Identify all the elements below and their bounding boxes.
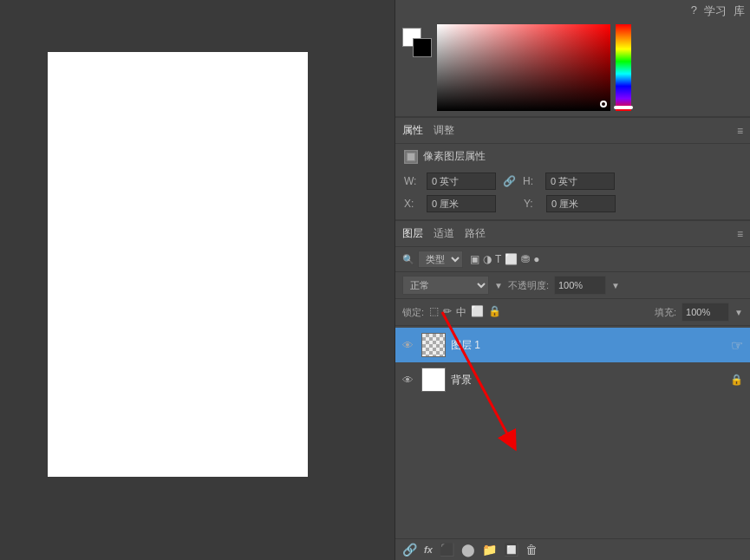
w-label: W: <box>404 175 420 187</box>
group-btn[interactable]: 📁 <box>482 543 497 557</box>
layers-toolbar: 🔍 类型 ▣ ◑ T ⬜ ⛃ ● <box>395 247 750 272</box>
blend-opacity-row: 正常 ▼ 不透明度: ▼ <box>395 272 750 299</box>
h-label: H: <box>523 175 538 187</box>
tab-adjustments[interactable]: 调整 <box>434 121 454 140</box>
new-layer-btn[interactable]: 🔲 <box>504 543 518 557</box>
right-panel: ? 学习 库 属性 调整 ≡ <box>395 0 750 560</box>
h-input[interactable] <box>545 173 615 190</box>
w-input[interactable] <box>427 173 496 190</box>
canvas-white <box>48 52 308 477</box>
opacity-input[interactable] <box>554 276 606 295</box>
lock-label: 锁定: <box>402 306 424 319</box>
properties-fields: W: 🔗 H: X: Y: <box>395 169 750 219</box>
lock-artboard-btn[interactable]: 中 <box>456 305 466 320</box>
xy-row: X: Y: <box>404 195 741 212</box>
tab-paths[interactable]: 路径 <box>465 225 486 243</box>
layer1-visibility-icon[interactable]: 👁 <box>402 339 416 352</box>
help-icon[interactable]: ? <box>691 3 697 19</box>
layers-bottom-toolbar: 🔗 fx ⬛ ⬤ 📁 🔲 🗑 <box>395 538 750 560</box>
tab-layers[interactable]: 图层 <box>402 225 423 243</box>
fill-label: 填充: <box>655 306 676 319</box>
gradient-handle[interactable] <box>600 101 607 107</box>
filter-smart-icon[interactable]: ⛃ <box>521 253 530 265</box>
lock-move-btn[interactable]: ⬜ <box>471 305 484 320</box>
gradient-bg <box>437 24 610 111</box>
y-input[interactable] <box>546 195 616 212</box>
background-lock-icon: 🔒 <box>730 374 743 386</box>
learn-label[interactable]: 学习 <box>704 3 727 19</box>
layer-style-btn[interactable]: fx <box>424 544 433 555</box>
layers-search-icon[interactable]: 🔍 <box>402 254 414 265</box>
svg-rect-1 <box>408 153 414 160</box>
fill-input[interactable] <box>682 303 729 322</box>
layer-item-1[interactable]: 👁 图层 1 ☞ <box>395 328 750 362</box>
filter-adjust-icon[interactable]: ◑ <box>483 253 492 265</box>
lock-icons: ⬚ ✏ 中 ⬜ 🔒 <box>429 305 501 320</box>
color-swatches[interactable] <box>402 28 432 57</box>
top-icons-bar: ? 学习 库 <box>395 0 750 19</box>
layers-list: 👁 图层 1 ☞ 👁 背景 🔒 <box>395 326 750 538</box>
color-gradient-picker[interactable] <box>437 24 610 111</box>
delete-layer-btn[interactable]: 🗑 <box>525 543 538 557</box>
layers-section: 图层 适道 路径 ≡ 🔍 类型 ▣ ◑ T ⬜ ⛃ ● 正常 <box>395 220 750 560</box>
filter-pixel-icon[interactable]: ▣ <box>470 253 479 265</box>
cursor-hand-icon: ☞ <box>731 337 743 354</box>
layer1-thumbnail <box>421 333 446 357</box>
x-label: X: <box>404 198 420 210</box>
filter-circle-icon[interactable]: ● <box>533 253 539 265</box>
layer2-thumbnail <box>421 368 446 392</box>
layers-type-select[interactable]: 类型 <box>418 251 463 268</box>
color-picker-section <box>395 19 750 117</box>
fill-arrow[interactable]: ▼ <box>734 308 743 317</box>
canvas-area <box>0 0 395 560</box>
hue-slider-handle <box>614 106 633 109</box>
properties-section: 属性 调整 ≡ 像素图层属性 W: 🔗 H: X: <box>395 117 750 220</box>
link-layers-btn[interactable]: 🔗 <box>402 543 417 557</box>
layers-filter-icons: ▣ ◑ T ⬜ ⛃ ● <box>470 253 540 265</box>
opacity-arrow[interactable]: ▼ <box>611 281 620 290</box>
width-height-row: W: 🔗 H: <box>404 173 741 190</box>
layer1-name: 图层 1 <box>451 338 726 353</box>
add-mask-btn[interactable]: ⬛ <box>440 543 454 557</box>
blend-mode-select[interactable]: 正常 <box>402 276 489 295</box>
adjustment-btn[interactable]: ⬤ <box>461 543 475 557</box>
filter-shape-icon[interactable]: ⬜ <box>505 253 518 265</box>
hue-slider[interactable] <box>616 24 631 111</box>
tab-properties[interactable]: 属性 <box>402 121 423 140</box>
lock-all-btn[interactable]: 🔒 <box>488 305 501 320</box>
layer-item-background[interactable]: 👁 背景 🔒 <box>395 362 750 397</box>
lock-transparent-btn[interactable]: ⬚ <box>429 305 439 320</box>
lock-paint-btn[interactable]: ✏ <box>443 305 452 320</box>
properties-header: 像素图层属性 <box>395 144 750 169</box>
filter-type-icon[interactable]: T <box>495 253 501 265</box>
layer2-name: 背景 <box>451 373 725 387</box>
blend-arrow[interactable]: ▼ <box>494 281 503 290</box>
properties-tabs: 属性 调整 ≡ <box>395 118 750 144</box>
properties-menu-icon[interactable]: ≡ <box>737 125 743 137</box>
y-label: Y: <box>524 198 539 210</box>
layers-tabs: 图层 适道 路径 ≡ <box>395 221 750 247</box>
x-input[interactable] <box>427 195 496 212</box>
layer2-visibility-icon[interactable]: 👁 <box>402 374 416 387</box>
properties-title: 像素图层属性 <box>423 149 486 164</box>
background-swatch[interactable] <box>413 38 432 57</box>
library-label[interactable]: 库 <box>734 3 745 19</box>
tab-channels[interactable]: 适道 <box>434 225 454 243</box>
link-icon[interactable]: 🔗 <box>503 175 516 187</box>
opacity-label: 不透明度: <box>508 279 549 292</box>
layers-menu-icon[interactable]: ≡ <box>737 228 743 240</box>
pixel-layer-icon <box>404 150 418 164</box>
lock-fill-row: 锁定: ⬚ ✏ 中 ⬜ 🔒 填充: ▼ <box>395 299 750 326</box>
